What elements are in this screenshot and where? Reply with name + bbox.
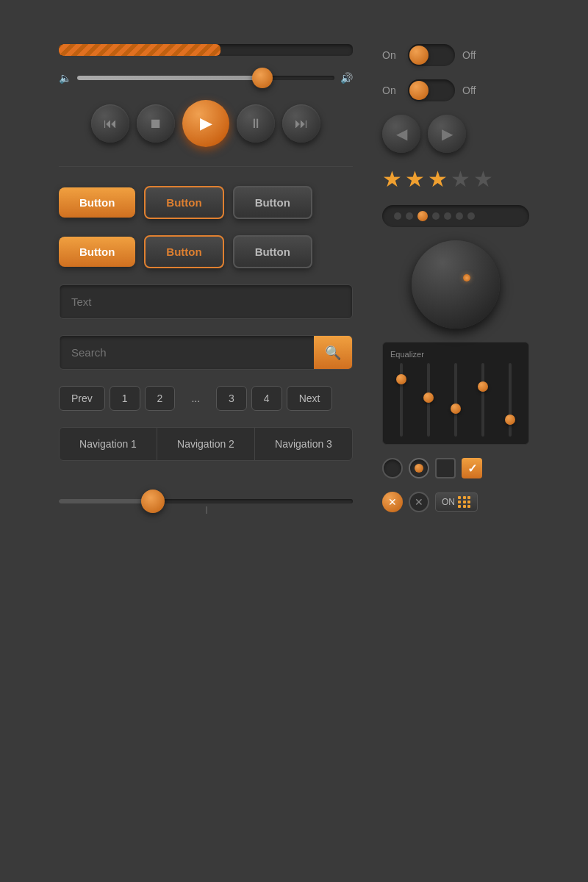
eq-thumb-3[interactable] — [451, 404, 461, 414]
button-solid-2[interactable]: Button — [59, 237, 135, 267]
grid-dot-2 — [463, 496, 466, 499]
eq-channel-1 — [390, 363, 412, 437]
close-button-orange-1[interactable]: ✕ — [382, 492, 403, 512]
button-outline-2[interactable]: Button — [144, 235, 223, 268]
dot-6 — [456, 212, 463, 220]
media-pause-button[interactable]: ⏸ — [237, 104, 275, 143]
bottom-slider-track[interactable] — [59, 499, 353, 503]
dot-5 — [444, 212, 451, 220]
dot-4 — [432, 212, 440, 220]
button-dark-2[interactable]: Button — [233, 235, 312, 268]
grid-dot-5 — [463, 501, 466, 503]
bottom-slider-thumb[interactable] — [141, 490, 165, 513]
page-2-button[interactable]: 2 — [145, 386, 176, 411]
nav-tab-2[interactable]: Navigation 2 — [157, 428, 255, 460]
button-row-1: Button Button Button — [59, 186, 353, 219]
page-1-button[interactable]: 1 — [110, 386, 140, 411]
search-row: 🔍 — [59, 335, 353, 370]
eq-track-4[interactable] — [481, 363, 484, 437]
star-4[interactable]: ★ — [451, 166, 470, 192]
search-button[interactable]: 🔍 — [314, 336, 352, 369]
volume-row: 🔈 🔊 — [59, 72, 353, 84]
navigation-tabs: Navigation 1 Navigation 2 Navigation 3 — [59, 427, 353, 461]
volume-thumb[interactable] — [252, 68, 273, 88]
eq-channel-5 — [500, 363, 521, 437]
search-input[interactable] — [60, 336, 314, 369]
equalizer-title: Equalizer — [390, 350, 521, 359]
toggle-row-2: On Off — [382, 79, 529, 101]
toggle-knob-2 — [409, 81, 429, 100]
text-input[interactable] — [59, 284, 353, 319]
nav-tab-1[interactable]: Navigation 1 — [60, 428, 157, 460]
dot-1 — [394, 212, 401, 220]
volume-low-icon: 🔈 — [59, 72, 71, 84]
grid-dot-9 — [467, 505, 470, 508]
eq-track-1[interactable] — [400, 363, 403, 437]
eq-track-5[interactable] — [509, 363, 512, 437]
knob-indicator — [463, 274, 470, 282]
eq-thumb-1[interactable] — [396, 374, 406, 384]
slider-tick-1 — [206, 506, 207, 514]
grid-dot-3 — [467, 496, 470, 499]
progress-fill — [59, 44, 220, 56]
toggle-row-1: On Off — [382, 44, 529, 66]
bottom-slider-fill — [59, 499, 147, 503]
eq-channel-3 — [445, 363, 466, 437]
media-stop-button[interactable]: ⏹ — [137, 104, 175, 143]
media-next-button[interactable]: ⏭ — [282, 104, 320, 143]
on-label: ON — [442, 497, 455, 507]
star-3[interactable]: ★ — [428, 166, 448, 192]
right-panel: On Off On Off ◀ ▶ ★ ★ ★ ★ ★ — [382, 44, 529, 526]
button-dark-1[interactable]: Button — [233, 186, 312, 219]
knob-container — [412, 240, 500, 329]
eq-thumb-5[interactable] — [505, 415, 515, 425]
close-button-dark[interactable]: ✕ — [409, 492, 429, 512]
page-next-button[interactable]: Next — [287, 386, 333, 411]
button-outline-1[interactable]: Button — [144, 186, 223, 219]
dot-3-active — [417, 211, 428, 221]
grid-dot-1 — [458, 496, 461, 499]
checkbox-off[interactable] — [435, 458, 456, 478]
media-play-button[interactable]: ▶ — [182, 100, 229, 147]
toggle-1-on-label: On — [382, 49, 401, 61]
equalizer: Equalizer — [382, 342, 529, 445]
radio-inner-dot — [415, 464, 423, 473]
nav-tab-3[interactable]: Navigation 3 — [255, 428, 352, 460]
page-4-button[interactable]: 4 — [251, 386, 282, 411]
button-solid-1[interactable]: Button — [59, 187, 135, 218]
star-1[interactable]: ★ — [382, 166, 402, 192]
eq-track-2[interactable] — [427, 363, 430, 437]
page-3-button[interactable]: 3 — [216, 386, 247, 411]
toggle-switch-1[interactable] — [408, 44, 455, 66]
knob[interactable] — [412, 240, 500, 329]
on-grid-button[interactable]: ON — [435, 492, 478, 512]
right-media-next-button[interactable]: ▶ — [428, 115, 466, 153]
radio-button-off[interactable] — [382, 458, 403, 478]
progress-bar — [59, 44, 353, 56]
dot-2 — [406, 212, 413, 220]
star-5[interactable]: ★ — [473, 166, 493, 192]
right-media-prev-button[interactable]: ◀ — [382, 115, 420, 153]
grid-dot-8 — [463, 505, 466, 508]
toggle-1-off-label: Off — [462, 49, 481, 61]
eq-thumb-2[interactable] — [423, 392, 434, 403]
toggle-2-on-label: On — [382, 85, 401, 96]
radio-button-on[interactable] — [409, 458, 429, 478]
media-prev-button[interactable]: ⏮ — [91, 104, 129, 143]
page-prev-button[interactable]: Prev — [59, 386, 105, 411]
volume-slider-track[interactable] — [77, 76, 334, 80]
form-controls-row-2: ✕ ✕ ON — [382, 492, 529, 512]
eq-channel-4 — [473, 363, 494, 437]
media-controls: ⏮ ⏹ ▶ ⏸ ⏭ — [59, 100, 353, 147]
star-rating: ★ ★ ★ ★ ★ — [382, 166, 529, 192]
button-row-2: Button Button Button — [59, 235, 353, 268]
page-dots: ... — [179, 387, 212, 410]
eq-thumb-4[interactable] — [478, 381, 488, 392]
eq-track-3[interactable] — [454, 363, 457, 437]
toggle-2-off-label: Off — [462, 85, 481, 96]
toggle-switch-2[interactable] — [408, 79, 455, 101]
dot-indicators — [382, 205, 529, 227]
checkbox-on[interactable]: ✓ — [462, 458, 482, 478]
star-2[interactable]: ★ — [405, 166, 425, 192]
right-media-controls: ◀ ▶ — [382, 115, 529, 153]
